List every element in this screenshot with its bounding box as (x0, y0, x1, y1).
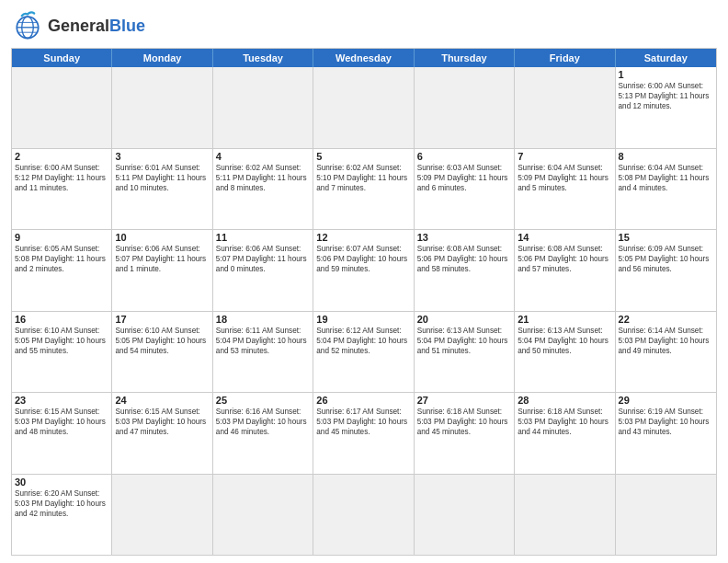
calendar-cell-r2-c6: 15Sunrise: 6:09 AM Sunset: 5:05 PM Dayli… (616, 230, 716, 311)
day-number: 7 (518, 151, 611, 162)
day-info: Sunrise: 6:20 AM Sunset: 5:03 PM Dayligh… (15, 488, 108, 519)
day-number: 5 (316, 151, 410, 162)
day-info: Sunrise: 6:00 AM Sunset: 5:12 PM Dayligh… (15, 163, 108, 193)
day-info: Sunrise: 6:03 AM Sunset: 5:09 PM Dayligh… (417, 163, 511, 193)
day-number: 2 (15, 151, 108, 162)
day-number: 14 (518, 232, 611, 243)
calendar-cell-r0-c5 (515, 67, 615, 148)
header: GeneralBlue (11, 9, 717, 42)
day-number: 4 (216, 151, 310, 162)
calendar-cell-r3-c3: 19Sunrise: 6:12 AM Sunset: 5:04 PM Dayli… (313, 312, 414, 393)
day-info: Sunrise: 6:14 AM Sunset: 5:03 PM Dayligh… (619, 326, 713, 356)
calendar-cell-r3-c1: 17Sunrise: 6:10 AM Sunset: 5:05 PM Dayli… (112, 312, 212, 393)
day-number: 15 (619, 232, 713, 243)
weekday-header-friday: Friday (515, 49, 615, 67)
calendar-cell-r5-c1 (112, 475, 212, 556)
calendar-cell-r1-c6: 8Sunrise: 6:04 AM Sunset: 5:08 PM Daylig… (616, 149, 716, 230)
calendar-cell-r2-c2: 11Sunrise: 6:06 AM Sunset: 5:07 PM Dayli… (213, 230, 313, 311)
calendar-cell-r4-c3: 26Sunrise: 6:17 AM Sunset: 5:03 PM Dayli… (313, 393, 414, 474)
day-number: 24 (115, 395, 209, 406)
day-info: Sunrise: 6:06 AM Sunset: 5:07 PM Dayligh… (216, 244, 310, 274)
calendar-cell-r1-c3: 5Sunrise: 6:02 AM Sunset: 5:10 PM Daylig… (313, 149, 414, 230)
weekday-header-tuesday: Tuesday (213, 49, 313, 67)
day-number: 26 (316, 395, 410, 406)
day-number: 10 (115, 232, 209, 243)
calendar-body: 1Sunrise: 6:00 AM Sunset: 5:13 PM Daylig… (12, 67, 716, 555)
calendar-row-1: 2Sunrise: 6:00 AM Sunset: 5:12 PM Daylig… (12, 148, 716, 230)
calendar-cell-r5-c2 (213, 475, 313, 556)
calendar-cell-r2-c5: 14Sunrise: 6:08 AM Sunset: 5:06 PM Dayli… (515, 230, 615, 311)
day-info: Sunrise: 6:09 AM Sunset: 5:05 PM Dayligh… (619, 244, 713, 274)
day-number: 20 (417, 314, 511, 325)
calendar-cell-r5-c5 (515, 475, 615, 556)
day-info: Sunrise: 6:13 AM Sunset: 5:04 PM Dayligh… (518, 326, 611, 356)
calendar-cell-r1-c0: 2Sunrise: 6:00 AM Sunset: 5:12 PM Daylig… (12, 149, 112, 230)
day-info: Sunrise: 6:08 AM Sunset: 5:06 PM Dayligh… (417, 244, 511, 274)
day-number: 8 (619, 151, 713, 162)
calendar-cell-r1-c1: 3Sunrise: 6:01 AM Sunset: 5:11 PM Daylig… (112, 149, 212, 230)
calendar-cell-r2-c3: 12Sunrise: 6:07 AM Sunset: 5:06 PM Dayli… (313, 230, 414, 311)
day-number: 22 (619, 314, 713, 325)
day-info: Sunrise: 6:02 AM Sunset: 5:11 PM Dayligh… (216, 163, 310, 193)
day-number: 19 (316, 314, 410, 325)
day-number: 3 (115, 151, 209, 162)
day-number: 27 (417, 395, 511, 406)
day-info: Sunrise: 6:04 AM Sunset: 5:09 PM Dayligh… (518, 163, 611, 193)
day-number: 23 (15, 395, 108, 406)
calendar-cell-r2-c4: 13Sunrise: 6:08 AM Sunset: 5:06 PM Dayli… (415, 230, 515, 311)
logo-general: General (48, 17, 109, 35)
day-info: Sunrise: 6:04 AM Sunset: 5:08 PM Dayligh… (619, 163, 713, 193)
calendar: SundayMondayTuesdayWednesdayThursdayFrid… (11, 48, 717, 556)
calendar-row-4: 23Sunrise: 6:15 AM Sunset: 5:03 PM Dayli… (12, 392, 716, 474)
calendar-row-5: 30Sunrise: 6:20 AM Sunset: 5:03 PM Dayli… (12, 474, 716, 556)
logo-blue: Blue (109, 17, 145, 35)
weekday-header-monday: Monday (112, 49, 212, 67)
calendar-cell-r0-c6: 1Sunrise: 6:00 AM Sunset: 5:13 PM Daylig… (616, 67, 716, 148)
day-info: Sunrise: 6:12 AM Sunset: 5:04 PM Dayligh… (316, 326, 410, 356)
calendar-row-3: 16Sunrise: 6:10 AM Sunset: 5:05 PM Dayli… (12, 311, 716, 393)
day-info: Sunrise: 6:13 AM Sunset: 5:04 PM Dayligh… (417, 326, 511, 356)
day-info: Sunrise: 6:07 AM Sunset: 5:06 PM Dayligh… (316, 244, 410, 274)
day-info: Sunrise: 6:17 AM Sunset: 5:03 PM Dayligh… (316, 407, 410, 437)
day-number: 1 (619, 69, 713, 80)
day-info: Sunrise: 6:10 AM Sunset: 5:05 PM Dayligh… (115, 326, 209, 356)
day-number: 18 (216, 314, 310, 325)
calendar-cell-r1-c2: 4Sunrise: 6:02 AM Sunset: 5:11 PM Daylig… (213, 149, 313, 230)
calendar-cell-r3-c2: 18Sunrise: 6:11 AM Sunset: 5:04 PM Dayli… (213, 312, 313, 393)
weekday-header-saturday: Saturday (616, 49, 716, 67)
calendar-cell-r0-c3 (313, 67, 414, 148)
calendar-cell-r3-c0: 16Sunrise: 6:10 AM Sunset: 5:05 PM Dayli… (12, 312, 112, 393)
calendar-cell-r5-c0: 30Sunrise: 6:20 AM Sunset: 5:03 PM Dayli… (12, 475, 112, 556)
calendar-cell-r0-c4 (415, 67, 515, 148)
calendar-cell-r4-c1: 24Sunrise: 6:15 AM Sunset: 5:03 PM Dayli… (112, 393, 212, 474)
logo: GeneralBlue (11, 9, 145, 42)
weekday-header-sunday: Sunday (12, 49, 112, 67)
calendar-cell-r5-c4 (415, 475, 515, 556)
day-number: 16 (15, 314, 108, 325)
day-number: 9 (15, 232, 108, 243)
day-info: Sunrise: 6:15 AM Sunset: 5:03 PM Dayligh… (115, 407, 209, 437)
calendar-cell-r4-c5: 28Sunrise: 6:18 AM Sunset: 5:03 PM Dayli… (515, 393, 615, 474)
calendar-row-0: 1Sunrise: 6:00 AM Sunset: 5:13 PM Daylig… (12, 67, 716, 148)
day-info: Sunrise: 6:01 AM Sunset: 5:11 PM Dayligh… (115, 163, 209, 193)
logo-text: GeneralBlue (48, 17, 145, 34)
weekday-header-wednesday: Wednesday (313, 49, 414, 67)
day-info: Sunrise: 6:18 AM Sunset: 5:03 PM Dayligh… (518, 407, 611, 437)
day-number: 28 (518, 395, 611, 406)
calendar-cell-r3-c6: 22Sunrise: 6:14 AM Sunset: 5:03 PM Dayli… (616, 312, 716, 393)
day-info: Sunrise: 6:02 AM Sunset: 5:10 PM Dayligh… (316, 163, 410, 193)
day-info: Sunrise: 6:19 AM Sunset: 5:03 PM Dayligh… (619, 407, 713, 437)
calendar-cell-r0-c1 (112, 67, 212, 148)
day-number: 25 (216, 395, 310, 406)
day-info: Sunrise: 6:08 AM Sunset: 5:06 PM Dayligh… (518, 244, 611, 274)
day-info: Sunrise: 6:06 AM Sunset: 5:07 PM Dayligh… (115, 244, 209, 274)
calendar-cell-r2-c0: 9Sunrise: 6:05 AM Sunset: 5:08 PM Daylig… (12, 230, 112, 311)
calendar-cell-r4-c2: 25Sunrise: 6:16 AM Sunset: 5:03 PM Dayli… (213, 393, 313, 474)
day-info: Sunrise: 6:16 AM Sunset: 5:03 PM Dayligh… (216, 407, 310, 437)
calendar-cell-r3-c4: 20Sunrise: 6:13 AM Sunset: 5:04 PM Dayli… (415, 312, 515, 393)
day-number: 30 (15, 477, 108, 488)
calendar-cell-r5-c6 (616, 475, 716, 556)
day-info: Sunrise: 6:18 AM Sunset: 5:03 PM Dayligh… (417, 407, 511, 437)
generalblue-logo-icon (11, 9, 44, 42)
day-number: 29 (619, 395, 713, 406)
